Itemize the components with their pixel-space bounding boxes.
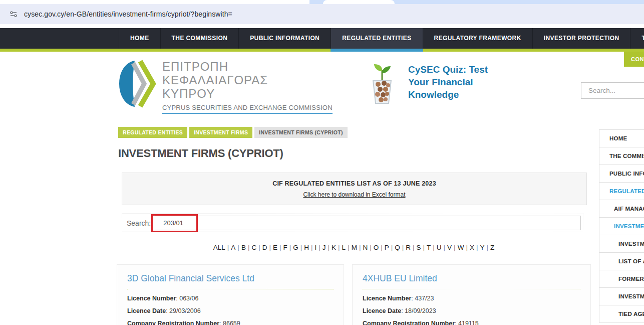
breadcrumb: REGULATED ENTITIES INVESTMENT FIRMS INVE… bbox=[118, 127, 348, 138]
cysec-logo-icon bbox=[118, 60, 156, 108]
field-label: Licence Date bbox=[363, 307, 401, 314]
alphabet-letter[interactable]: Q bbox=[395, 244, 400, 251]
alphabet-letter[interactable]: T bbox=[427, 244, 431, 251]
breadcrumb-investment-firms[interactable]: INVESTMENT FIRMS bbox=[189, 127, 252, 138]
sidebar-item-home[interactable]: HOME bbox=[599, 130, 644, 147]
site-search-input[interactable] bbox=[581, 83, 644, 98]
separator: | bbox=[381, 244, 383, 251]
firm-search-input[interactable] bbox=[155, 216, 581, 230]
sidebar-item-investment-sub-2[interactable]: INVESTME bbox=[599, 288, 644, 305]
field-label: Licence Date bbox=[127, 307, 166, 314]
firm-name-link[interactable]: 4XHUB EU Limited bbox=[363, 273, 580, 289]
alphabet-letter[interactable]: Y bbox=[480, 244, 484, 251]
logo-title-line: ΕΠΙΤΡΟΠΗ bbox=[162, 60, 333, 73]
sidebar-item-aif-management[interactable]: AIF MANAGE bbox=[599, 200, 644, 218]
cysec-logo[interactable]: ΕΠΙΤΡΟΠΗ ΚΕΦΑΛΑΙΑΓΟΡΑΣ ΚΥΠΡΟΥ CYPRUS SEC… bbox=[118, 60, 333, 114]
separator: | bbox=[370, 244, 372, 251]
nav-item-regulatory-framework[interactable]: REGULATORY FRAMEWORK bbox=[423, 28, 532, 49]
alphabet-letter[interactable]: B bbox=[241, 244, 246, 251]
sidebar-item-tied-agents[interactable]: TIED AGEN bbox=[599, 305, 644, 323]
sidebar-item-investment-firms-sub[interactable]: INVESTME bbox=[599, 235, 644, 253]
logo-title-line: ΚΥΠΡΟΥ bbox=[162, 87, 333, 100]
separator: | bbox=[391, 244, 393, 251]
separator: | bbox=[248, 244, 250, 251]
browser-url-bar[interactable]: cysec.gov.cy/en-GB/entities/investment-f… bbox=[0, 4, 644, 24]
alphabet-letter[interactable]: G bbox=[293, 244, 298, 251]
alphabet-letter[interactable]: C bbox=[251, 244, 256, 251]
excel-download-link[interactable]: Click here to download in Excel format bbox=[303, 191, 405, 198]
notice-title: CIF REGULATED ENTITIES LIST AS OF 13 JUN… bbox=[122, 180, 586, 187]
nav-item-investor-protection[interactable]: INVESTOR PROTECTION bbox=[532, 28, 630, 49]
firm-licence-number: Licence Number: 437/23 bbox=[363, 295, 580, 302]
url-text: cysec.gov.cy/en-GB/entities/investment-f… bbox=[24, 10, 232, 18]
alphabet-letter[interactable]: I bbox=[315, 244, 317, 251]
alphabet-letter[interactable]: J bbox=[323, 244, 326, 251]
site-settings-icon[interactable] bbox=[9, 10, 18, 19]
alphabet-letter[interactable]: U bbox=[437, 244, 442, 251]
sidebar-item-list-of-approved[interactable]: LIST OF AP bbox=[599, 253, 644, 270]
separator: | bbox=[338, 244, 340, 251]
alphabet-letter[interactable]: L bbox=[342, 244, 346, 251]
main-nav: HOME THE COMMISSION PUBLIC INFORMATION R… bbox=[0, 28, 644, 49]
field-value: 86659 bbox=[223, 320, 240, 325]
separator: | bbox=[454, 244, 456, 251]
alphabet-letter[interactable]: R bbox=[406, 244, 411, 251]
alphabet-letter[interactable]: E bbox=[273, 244, 277, 251]
separator: | bbox=[237, 244, 239, 251]
side-nav: HOME THE COMMISS PUBLIC INFOR REGULATED … bbox=[599, 129, 644, 323]
browser-tab[interactable] bbox=[323, 0, 395, 4]
separator: | bbox=[423, 244, 425, 251]
nav-item-home[interactable]: HOME bbox=[119, 28, 160, 49]
sidebar-item-the-commission[interactable]: THE COMMISS bbox=[599, 147, 644, 165]
alphabet-letter[interactable]: K bbox=[332, 244, 336, 251]
alphabet-letter[interactable]: W bbox=[458, 244, 464, 251]
separator: | bbox=[444, 244, 446, 251]
alphabet-letter[interactable]: O bbox=[374, 244, 379, 251]
separator: | bbox=[486, 244, 488, 251]
alphabet-letter[interactable]: S bbox=[417, 244, 421, 251]
field-value: 29/03/2006 bbox=[169, 307, 201, 314]
sidebar-item-regulated-entities[interactable]: REGULATED EN bbox=[599, 183, 644, 200]
breadcrumb-current-page: INVESTMENT FIRMS (CYPRIOT) bbox=[254, 127, 348, 138]
alphabet-letter[interactable]: D bbox=[262, 244, 267, 251]
separator: | bbox=[311, 244, 313, 251]
firm-search-label: Search: bbox=[127, 219, 151, 227]
nav-item-the-commission[interactable]: THE COMMISSION bbox=[160, 28, 239, 49]
nav-accent-line bbox=[0, 49, 644, 52]
field-label: Licence Number bbox=[363, 295, 411, 302]
sidebar-item-former-investment[interactable]: FORMER IN bbox=[599, 270, 644, 288]
page-title: INVESTMENT FIRMS (CYPRIOT) bbox=[118, 147, 283, 160]
firm-name-link[interactable]: 3D Global Financial Services Ltd bbox=[127, 273, 334, 289]
alphabet-letter[interactable]: Z bbox=[490, 244, 494, 251]
site-search-box bbox=[581, 82, 644, 99]
alphabet-letter[interactable]: H bbox=[304, 244, 309, 251]
alphabet-letter[interactable]: N bbox=[363, 244, 368, 251]
alphabet-letter[interactable]: X bbox=[470, 244, 474, 251]
alphabet-filter: ALL|A|B|C|D|E|F|G|H|I|J|K|L|M|N|O|P|Q|R|… bbox=[117, 244, 591, 251]
nav-item-trusts-registry[interactable]: TRUSTS REGISTRY bbox=[630, 28, 644, 49]
field-label: Company Registration Number bbox=[363, 320, 455, 325]
nav-item-regulated-entities[interactable]: REGULATED ENTITIES bbox=[331, 28, 422, 49]
alphabet-letter[interactable]: A bbox=[231, 244, 235, 251]
separator: | bbox=[348, 244, 350, 251]
sidebar-item-investment-firms[interactable]: INVESTMEN bbox=[599, 218, 644, 235]
alphabet-letter[interactable]: V bbox=[447, 244, 452, 251]
alphabet-letter[interactable]: F bbox=[283, 244, 287, 251]
alphabet-letter[interactable]: P bbox=[385, 244, 389, 251]
separator: | bbox=[227, 244, 229, 251]
breadcrumb-regulated-entities[interactable]: REGULATED ENTITIES bbox=[118, 127, 187, 138]
separator: | bbox=[258, 244, 260, 251]
field-value: 063/06 bbox=[179, 295, 198, 302]
nav-item-public-information[interactable]: PUBLIC INFORMATION bbox=[238, 28, 331, 49]
alphabet-letter[interactable]: M bbox=[352, 244, 357, 251]
separator: | bbox=[300, 244, 302, 251]
alphabet-letter[interactable]: ALL bbox=[213, 244, 225, 251]
separator: | bbox=[402, 244, 404, 251]
quiz-banner[interactable]: CySEC Quiz: Test Your Financial Knowledg… bbox=[369, 63, 498, 104]
field-label: Licence Number bbox=[127, 295, 176, 302]
quiz-banner-text[interactable]: CySEC Quiz: Test Your Financial Knowledg… bbox=[408, 63, 498, 104]
cysec-logo-text: ΕΠΙΤΡΟΠΗ ΚΕΦΑΛΑΙΑΓΟΡΑΣ ΚΥΠΡΟΥ CYPRUS SEC… bbox=[162, 60, 333, 114]
contact-button[interactable]: CONT bbox=[624, 52, 644, 67]
sidebar-item-public-information[interactable]: PUBLIC INFOR bbox=[599, 165, 644, 183]
entities-list-notice: CIF REGULATED ENTITIES LIST AS OF 13 JUN… bbox=[122, 173, 587, 205]
